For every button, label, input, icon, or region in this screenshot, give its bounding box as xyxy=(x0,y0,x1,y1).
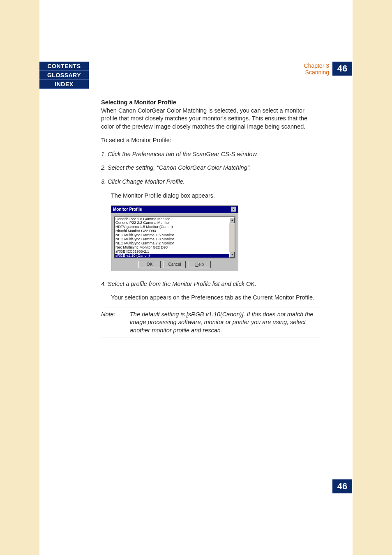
right-margin-strip xyxy=(353,0,392,555)
note-block: Note: The default setting is [sRGB v1.10… xyxy=(101,308,321,339)
monitor-profile-listbox[interactable]: Generic P22 1.8 Gamma MonitorGeneric P22… xyxy=(114,216,235,258)
close-icon[interactable]: × xyxy=(231,207,236,212)
note-label: Note: xyxy=(101,311,122,335)
step-1: 1. Click the Preferences tab of the Scan… xyxy=(101,150,321,159)
main-content: Selecting a Monitor Profile When Canon C… xyxy=(101,99,321,338)
dialog-body: Generic P22 1.8 Gamma MonitorGeneric P22… xyxy=(111,213,238,271)
nav-index-button[interactable]: INDEX xyxy=(39,80,89,89)
monitor-profile-dialog: Monitor Profile × Generic P22 1.8 Gamma … xyxy=(111,205,238,271)
nav-glossary-button[interactable]: GLOSSARY xyxy=(39,71,89,80)
nav-button-group: CONTENTS GLOSSARY INDEX xyxy=(39,62,94,89)
note-text: The default setting is [sRGB v1.10(Canon… xyxy=(130,311,321,335)
cancel-button[interactable]: Cancel xyxy=(164,261,186,268)
ok-button[interactable]: OK xyxy=(138,261,161,268)
page-number-top: 46 xyxy=(332,62,352,76)
chapter-block: Chapter 3 Scanning xyxy=(304,62,329,76)
section-title: Selecting a Monitor Profile xyxy=(101,99,176,106)
dialog-titlebar: Monitor Profile × xyxy=(111,206,238,213)
step-3: 3. Click Change Monitor Profile. xyxy=(101,178,321,186)
left-margin-strip xyxy=(0,0,39,555)
step-4: 4. Select a profile from the Monitor Pro… xyxy=(101,280,321,288)
dialog-button-row: OK Cancel Help xyxy=(114,258,235,268)
help-button[interactable]: Help xyxy=(189,261,211,268)
help-underline: H xyxy=(195,262,198,267)
step-2: 2. Select the setting, "Canon ColorGear … xyxy=(101,164,321,172)
intro-text: When Canon ColorGear Color Matching is s… xyxy=(101,107,307,130)
scroll-up-icon[interactable]: ▴ xyxy=(229,217,235,223)
nav-contents-button[interactable]: CONTENTS xyxy=(39,62,89,71)
howto-heading: To select a Monitor Profile: xyxy=(101,136,321,145)
chapter-label: Chapter 3 xyxy=(304,62,329,69)
scroll-down-icon[interactable]: ▾ xyxy=(229,252,235,258)
listbox-items[interactable]: Generic P22 1.8 Gamma MonitorGeneric P22… xyxy=(115,217,229,258)
step-4-result: Your selection appears on the Preference… xyxy=(111,294,321,302)
page-header: Chapter 3 Scanning 46 xyxy=(304,62,352,76)
help-rest: elp xyxy=(198,262,204,267)
listbox-scrollbar[interactable]: ▴ ▾ xyxy=(229,217,235,258)
dialog-title-text: Monitor Profile xyxy=(113,207,142,212)
page-number-bottom: 46 xyxy=(332,479,352,493)
step-3-result: The Monitor Profile dialog box appears. xyxy=(111,192,321,200)
section-label: Scanning xyxy=(304,69,329,76)
listbox-item[interactable]: sRGB v1.10 (Canon) xyxy=(115,254,229,258)
